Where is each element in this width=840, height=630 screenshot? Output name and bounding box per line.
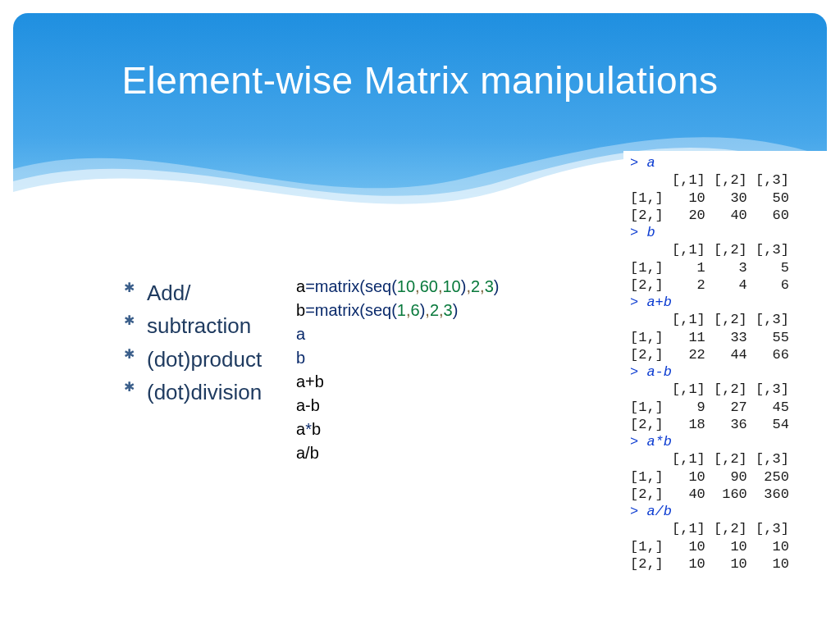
console-row: [1,] 10 10 10 [630, 538, 820, 555]
console-row: [1,] 10 30 50 [630, 189, 820, 207]
slide-title: Element-wise Matrix manipulations [13, 58, 827, 103]
console-prompt: > a [630, 154, 820, 171]
console-prompt: > a+b [630, 294, 820, 311]
console-header: [,1] [,2] [,3] [630, 311, 820, 328]
bullet-list: Add/ subtraction (dot)product (dot)divis… [91, 276, 262, 409]
console-output: > a [,1] [,2] [,3] [1,] 10 30 50 [2,] 20… [623, 151, 827, 579]
console-header: [,1] [,2] [,3] [630, 450, 820, 468]
console-prompt: > a*b [630, 433, 820, 450]
console-header: [,1] [,2] [,3] [630, 241, 820, 258]
bullet-item: (dot)division [124, 376, 262, 409]
code-line: a=matrix(seq(10,60,10),2,3) [296, 277, 499, 295]
code-line: b=matrix(seq(1,6),2,3) [296, 301, 458, 319]
console-row: [1,] 9 27 45 [630, 399, 820, 416]
console-row: [2,] 2 4 6 [630, 276, 820, 294]
console-row: [2,] 22 44 66 [630, 346, 820, 363]
bullet-item: (dot)product [124, 343, 262, 376]
console-prompt: > a/b [630, 503, 820, 520]
code-line: a/b [296, 444, 319, 462]
bullet-item: Add/ [124, 276, 262, 309]
console-prompt: > a-b [630, 363, 820, 381]
console-row: [2,] 20 40 60 [630, 207, 820, 224]
console-row: [1,] 10 90 250 [630, 468, 820, 486]
slide: Element-wise Matrix manipulations Add/ s… [13, 13, 827, 630]
console-header: [,1] [,2] [,3] [630, 520, 820, 537]
code-line: a+b [296, 372, 324, 390]
code-line: a*b [296, 420, 321, 438]
console-header: [,1] [,2] [,3] [630, 171, 820, 189]
console-row: [1,] 11 33 55 [630, 329, 820, 346]
code-line: a [296, 325, 305, 343]
code-block: a=matrix(seq(10,60,10),2,3) b=matrix(seq… [296, 251, 499, 465]
console-row: [2,] 10 10 10 [630, 555, 820, 573]
code-line: b [296, 349, 305, 367]
console-row: [2,] 18 36 54 [630, 416, 820, 433]
console-row: [2,] 40 160 360 [630, 486, 820, 503]
console-header: [,1] [,2] [,3] [630, 381, 820, 398]
console-prompt: > b [630, 224, 820, 241]
console-row: [1,] 1 3 5 [630, 259, 820, 276]
code-line: a-b [296, 396, 320, 414]
bullet-item: subtraction [124, 309, 262, 342]
